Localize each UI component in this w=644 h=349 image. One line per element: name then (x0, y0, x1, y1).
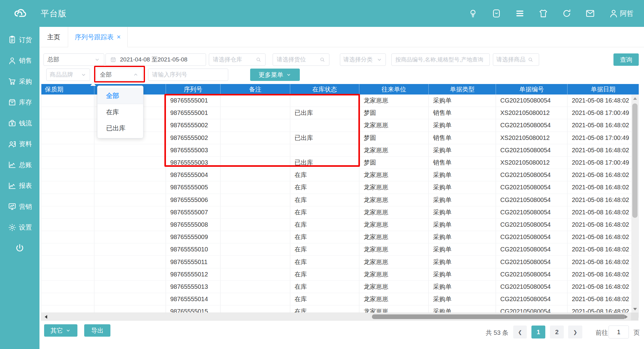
scroll-down-icon[interactable] (631, 308, 638, 311)
table-row[interactable]: 98765555008在库龙家崽崽采购单CG2021050800542021-0… (41, 218, 639, 231)
horizontal-scrollbar-thumb[interactable] (372, 314, 625, 319)
cell (94, 169, 166, 181)
cell: 在库 (290, 194, 359, 206)
sidebar-item-资料[interactable]: 资料 (0, 134, 39, 155)
sidebar-item-label: 营销 (19, 202, 32, 211)
next-page-button[interactable]: ❯ (568, 326, 582, 338)
table-row[interactable]: 98765555005在库龙家崽崽采购单CG2021050800542021-0… (41, 181, 639, 194)
product-query-input[interactable] (391, 53, 490, 66)
scroll-right-icon[interactable] (625, 315, 628, 319)
horizontal-scrollbar[interactable] (41, 313, 631, 321)
cell (41, 256, 94, 268)
sidebar-item-营销[interactable]: 营销 (0, 196, 39, 217)
refresh-icon[interactable] (562, 8, 572, 19)
table-row[interactable]: 98765555014在库龙家崽崽采购单CG2021050800542021-0… (41, 293, 639, 305)
column-header-单据编号[interactable]: 单据编号 (496, 84, 568, 95)
cell: 采购单 (429, 280, 496, 293)
cell: 2021-05-08 17:00:49 (568, 132, 639, 144)
sidebar-item-销售[interactable]: 销售 (0, 50, 39, 71)
vertical-scrollbar-thumb[interactable] (632, 103, 638, 218)
cell (221, 231, 290, 243)
cell: 梦圆 (359, 132, 429, 144)
prev-page-button[interactable]: ❮ (513, 326, 527, 338)
box-icon (8, 98, 17, 107)
export-button[interactable]: 导出 (84, 324, 110, 337)
location-select[interactable]: 请选择货位 (273, 53, 329, 66)
goto-page-input[interactable] (609, 326, 629, 338)
cell: CG202105080054 (496, 95, 568, 107)
other-button[interactable]: 其它 (44, 324, 77, 337)
cell (94, 218, 166, 231)
product-select[interactable]: 请选择商品 (493, 53, 539, 66)
dropdown-option-在库[interactable]: 在库 (97, 104, 143, 120)
sidebar-item-设置[interactable]: 设置 (0, 217, 39, 238)
query-button[interactable]: 查询 (613, 53, 639, 66)
chevron-down-icon (94, 57, 100, 63)
page-button-1[interactable]: 1 (531, 326, 545, 338)
sidebar-item-总账[interactable]: 总账 (0, 154, 39, 175)
brand-select[interactable]: 商品品牌 (46, 69, 90, 81)
scroll-left-icon[interactable] (44, 315, 47, 319)
mail-icon[interactable] (585, 8, 595, 19)
sidebar-item-采购[interactable]: 采购 (0, 71, 39, 92)
cell: XS202105080012 (496, 107, 568, 119)
column-header-序列号[interactable]: 序列号 (166, 84, 221, 95)
cell: 采购单 (429, 206, 496, 218)
column-header-在库状态[interactable]: 在库状态 (290, 84, 359, 95)
column-header-单据日期[interactable]: 单据日期 (568, 84, 639, 95)
warehouse-select[interactable]: 请选择仓库 (209, 53, 266, 66)
tab-主页[interactable]: 主页 (39, 27, 68, 47)
cell: 采购单 (429, 194, 496, 206)
cell: 2021-05-08 16:48:02 (568, 169, 639, 181)
page-button-2[interactable]: 2 (550, 326, 564, 338)
org-select[interactable]: 总部 (43, 53, 104, 66)
cell: 98765555004 (166, 169, 221, 181)
table-row[interactable]: 98765555013在库龙家崽崽采购单CG2021050800542021-0… (41, 280, 639, 293)
table-row[interactable]: 98765555007在库龙家崽崽采购单CG2021050800542021-0… (41, 206, 639, 218)
cell: 已出库 (290, 156, 359, 169)
cell (221, 107, 290, 119)
category-select[interactable]: 请选择分类 (340, 53, 386, 66)
menu-icon[interactable] (515, 8, 525, 19)
user-menu[interactable]: 阿哲 (609, 8, 634, 19)
table-row[interactable]: 98765555011在库龙家崽崽采购单CG2021050800542021-0… (41, 256, 639, 268)
cell (94, 280, 166, 293)
column-header-单据类型[interactable]: 单据类型 (429, 84, 496, 95)
cell (41, 268, 94, 280)
cell (41, 293, 94, 305)
sidebar-item-报表[interactable]: 报表 (0, 175, 39, 196)
sidebar-item-订货[interactable]: 订货 (0, 29, 39, 50)
table-row[interactable]: 98765555003已出库梦圆销售单XS2021050800122021-05… (41, 156, 639, 169)
sidebar-item-库存[interactable]: 库存 (0, 92, 39, 113)
tab-序列号跟踪表[interactable]: 序列号跟踪表× (68, 27, 128, 47)
table-row[interactable]: 98765555006在库龙家崽崽采购单CG2021050800542021-0… (41, 194, 639, 206)
serial-input[interactable] (148, 69, 228, 81)
dropdown-option-全部[interactable]: 全部 (97, 88, 143, 104)
date-range-picker[interactable]: 2021-04-08 至2021-05-08 (105, 53, 206, 66)
logout-button[interactable] (0, 238, 39, 259)
vertical-scrollbar[interactable] (631, 95, 638, 313)
status-select[interactable]: 全部 (96, 69, 143, 81)
column-header-保质期[interactable]: 保质期 (41, 84, 94, 95)
bulb-icon[interactable] (468, 8, 478, 19)
shirt-icon[interactable] (538, 8, 548, 19)
table-row[interactable]: 98765555012在库龙家崽崽采购单CG2021050800542021-0… (41, 268, 639, 280)
other-button-label: 其它 (51, 326, 63, 335)
cell: 在库 (290, 268, 359, 280)
column-header-备注[interactable]: 备注 (221, 84, 290, 95)
scroll-up-icon[interactable] (631, 97, 638, 100)
table-row[interactable]: 98765555004在库龙家崽崽采购单CG2021050800542021-0… (41, 169, 639, 181)
table-row[interactable]: 98765555003龙家崽崽采购单CG2021050800542021-05-… (41, 144, 639, 156)
cell (94, 206, 166, 218)
sidebar-item-钱流[interactable]: 钱流 (0, 113, 39, 134)
more-menu-button[interactable]: 更多菜单 (250, 69, 300, 81)
column-header-往来单位[interactable]: 往来单位 (359, 84, 429, 95)
status-dropdown: 全部在库已出库 (97, 86, 143, 138)
close-icon[interactable]: × (117, 33, 121, 41)
table-row[interactable]: 98765555009在库龙家崽崽采购单CG2021050800542021-0… (41, 231, 639, 243)
warehouse-placeholder: 请选择仓库 (213, 56, 255, 64)
app-window-icon[interactable] (491, 8, 502, 19)
dropdown-option-已出库[interactable]: 已出库 (97, 120, 143, 136)
table-row[interactable]: 98765555010在库龙家崽崽采购单CG2021050800542021-0… (41, 243, 639, 256)
cell: 在库 (290, 218, 359, 231)
